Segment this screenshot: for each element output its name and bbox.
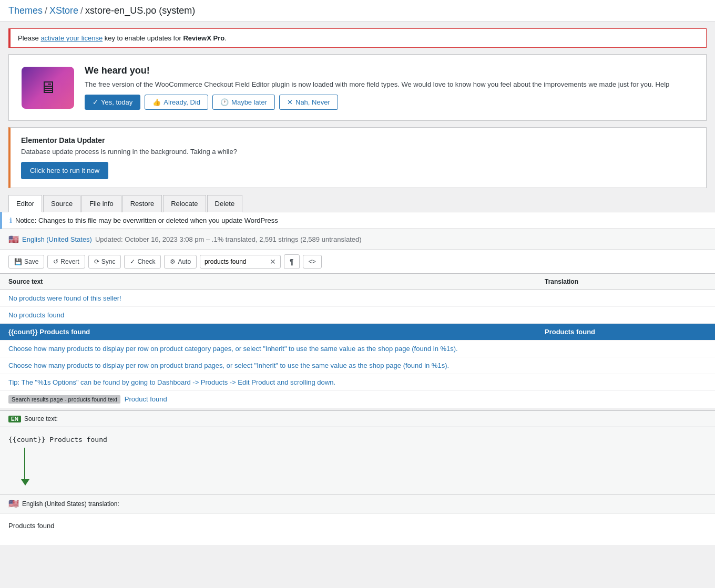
- promo-description: The free version of the WooCommerce Chec…: [85, 80, 693, 88]
- source-text-cell: No products were found of this seller!: [0, 290, 536, 307]
- check-label: Check: [137, 258, 155, 265]
- check-icon: ✓: [93, 98, 98, 106]
- translation-cell: Products found: [536, 324, 715, 341]
- run-now-button[interactable]: Click here to run it now: [21, 162, 108, 179]
- translation-header: Translation: [536, 274, 715, 290]
- sync-icon: ⟳: [94, 258, 99, 265]
- sync-label: Sync: [101, 258, 116, 265]
- check-mark-icon: ✓: [130, 258, 135, 265]
- translation-cell: [536, 391, 715, 408]
- sync-button[interactable]: ⟳ Sync: [88, 255, 121, 269]
- source-text-cell: Choose how many products to display per …: [0, 341, 536, 357]
- clock-icon: 🕐: [220, 98, 229, 106]
- tab-relocate[interactable]: Relocate: [163, 195, 206, 212]
- table-header-row: Source text Translation: [0, 274, 715, 290]
- arrow-line: [24, 448, 25, 479]
- table-row[interactable]: Search results page - products found tex…: [0, 391, 715, 408]
- auto-label: Auto: [178, 258, 191, 265]
- revert-button[interactable]: ↺ Revert: [47, 255, 85, 269]
- source-text-header: Source text: [0, 274, 536, 290]
- elementor-title: Elementor Data Updater: [21, 136, 696, 145]
- promo-image: [22, 67, 74, 109]
- notice-bar: ℹ Notice: Changes to this file may be ov…: [0, 212, 715, 229]
- source-text: Product found: [122, 395, 167, 403]
- promo-yes-label: Yes, today: [101, 98, 132, 106]
- translation-table: Source text Translation No products were…: [0, 274, 715, 408]
- translation-cell: [536, 357, 715, 374]
- translation-cell: [536, 307, 715, 324]
- breadcrumb-bar: Themes / XStore / xstore-en_US.po (syste…: [0, 0, 715, 22]
- save-button[interactable]: 💾 Save: [8, 255, 44, 269]
- auto-icon: ⚙: [170, 258, 176, 265]
- paragraph-button[interactable]: ¶: [284, 254, 300, 269]
- breadcrumb-current: xstore-en_US.po (system): [85, 5, 195, 16]
- table-row[interactable]: {{count}} Products foundProducts found: [0, 324, 715, 341]
- promo-title: We heard you!: [85, 65, 693, 76]
- down-arrow: [8, 443, 707, 486]
- tab-file-info[interactable]: File info: [81, 195, 121, 212]
- promo-yes-button[interactable]: ✓ Yes, today: [85, 95, 140, 110]
- en-badge: EN: [8, 416, 21, 422]
- source-text-cell: Tip: The "%1s Options" can be found by g…: [0, 374, 536, 391]
- table-row[interactable]: Choose how many products to display per …: [0, 341, 715, 357]
- activate-license-link[interactable]: activate your license: [40, 34, 103, 42]
- source-text-cell: Choose how many products to display per …: [0, 357, 536, 374]
- clear-search-icon[interactable]: ✕: [270, 257, 276, 266]
- editor-toolbar: 💾 Save ↺ Revert ⟳ Sync ✓ Check ⚙ Auto ✕ …: [0, 250, 715, 274]
- search-box: ✕: [200, 255, 281, 269]
- revert-label: Revert: [60, 258, 79, 265]
- translation-flag-icon: 🇺🇸: [8, 499, 19, 509]
- table-row[interactable]: No products were found of this seller!: [0, 290, 715, 307]
- translation-cell: [536, 341, 715, 357]
- source-text-cell: {{count}} Products found: [0, 324, 536, 341]
- source-panel: EN Source text: {{count}} Products found: [0, 410, 715, 494]
- language-link[interactable]: English (United States): [22, 235, 92, 243]
- elementor-updater: Elementor Data Updater Database update p…: [8, 127, 707, 188]
- promo-already-button[interactable]: 👍 Already, Did: [145, 95, 208, 110]
- promo-nah-label: Nah, Never: [295, 98, 330, 106]
- translation-cell: [536, 374, 715, 391]
- license-period: .: [224, 34, 227, 42]
- tab-restore[interactable]: Restore: [122, 195, 162, 212]
- notice-text: Notice: Changes to this file may be over…: [15, 216, 278, 224]
- promo-text: We heard you! The free version of the Wo…: [85, 65, 693, 110]
- tab-delete[interactable]: Delete: [207, 195, 243, 212]
- arrow-head: [21, 479, 29, 486]
- license-notice: Please activate your license key to enab…: [8, 28, 707, 48]
- code-button[interactable]: <>: [303, 255, 322, 269]
- breadcrumb-sep-2: /: [80, 5, 83, 16]
- source-panel-label: Source text:: [24, 415, 58, 422]
- search-input[interactable]: [205, 258, 268, 265]
- breadcrumb-xstore-link[interactable]: XStore: [49, 5, 78, 16]
- translation-cell: [536, 290, 715, 307]
- table-row[interactable]: No products found: [0, 307, 715, 324]
- table-row[interactable]: Tip: The "%1s Options" can be found by g…: [0, 374, 715, 391]
- save-label: Save: [24, 258, 38, 265]
- source-text-cell: Search results page - products found tex…: [0, 391, 536, 408]
- translation-panel: 🇺🇸 English (United States) translation: …: [0, 494, 715, 545]
- source-code-text: {{count}} Products found: [8, 436, 707, 443]
- translation-panel-label: English (United States) translation:: [22, 500, 119, 508]
- plugin-name: ReviewX Pro: [183, 34, 224, 42]
- breadcrumb-sep-1: /: [45, 5, 47, 16]
- tabs-bar: Editor Source File info Restore Relocate…: [0, 194, 715, 212]
- check-button[interactable]: ✓ Check: [124, 255, 161, 269]
- language-bar: 🇺🇸 English (United States) Updated: Octo…: [0, 229, 715, 250]
- tab-source[interactable]: Source: [43, 195, 80, 212]
- promo-nah-button[interactable]: ✕ Nah, Never: [279, 95, 338, 110]
- promo-maybe-button[interactable]: 🕐 Maybe later: [212, 95, 275, 110]
- license-notice-text: Please: [18, 34, 40, 42]
- breadcrumb-themes-link[interactable]: Themes: [8, 5, 43, 16]
- auto-button[interactable]: ⚙ Auto: [164, 255, 197, 269]
- revert-icon: ↺: [53, 258, 58, 265]
- table-row[interactable]: Choose how many products to display per …: [0, 357, 715, 374]
- language-meta: Updated: October 16, 2023 3:08 pm – .1% …: [95, 235, 362, 243]
- promo-already-label: Already, Did: [164, 98, 200, 106]
- source-panel-content: {{count}} Products found: [0, 427, 715, 494]
- info-icon: ℹ: [9, 216, 12, 224]
- flag-icon: 🇺🇸: [8, 234, 19, 244]
- translation-panel-content: Products found: [0, 513, 715, 545]
- source-panel-header: EN Source text:: [0, 411, 715, 427]
- translation-text: Products found: [8, 522, 54, 530]
- tab-editor[interactable]: Editor: [8, 195, 42, 212]
